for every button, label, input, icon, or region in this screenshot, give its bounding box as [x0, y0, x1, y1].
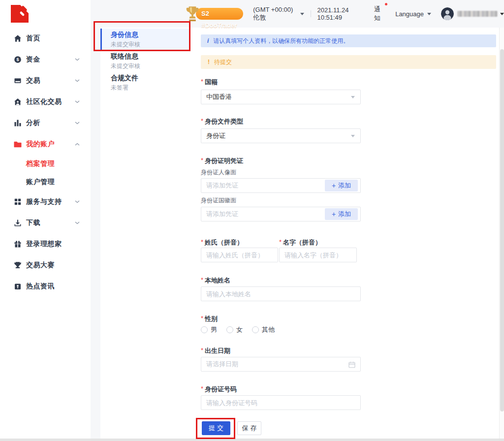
chevron-down-icon [75, 79, 80, 82]
submit-button[interactable]: 提交 [202, 421, 230, 435]
download-icon [14, 219, 22, 227]
surname-label: 姓氏（拼音） [201, 238, 243, 247]
sidebar-item-label: 登录理想家 [26, 240, 62, 249]
services-icon [14, 198, 22, 206]
surname-input[interactable] [201, 248, 278, 262]
svg-text:$: $ [16, 57, 19, 62]
funds-icon: $ [14, 56, 22, 63]
birth-date-label: 出生日期 [201, 346, 230, 355]
home-icon [14, 34, 22, 42]
exclamation-icon [208, 59, 210, 65]
given-name-label: 名字（拼音） [279, 238, 321, 247]
plus-icon [332, 210, 336, 218]
season-badge-label: S2 #DooTrader [196, 8, 243, 20]
chevron-down-icon [300, 13, 304, 15]
notification-dot [385, 3, 387, 5]
nationality-select[interactable]: 中国香港 [201, 90, 361, 104]
dootrader-promo-badge[interactable]: S2 #DooTrader [185, 6, 243, 22]
datetime-display: 2021.11.24 10:51:49 [317, 6, 365, 21]
chevron-down-icon [427, 13, 431, 15]
sidebar-subitem-profile-management[interactable]: 档案管理 [0, 155, 91, 173]
id-back-add-button[interactable]: 添加 [325, 208, 358, 220]
sidebar-item-trading-contest[interactable]: 交易大赛 [0, 254, 91, 276]
sidebar-item-funds[interactable]: $ 资金 [0, 49, 91, 70]
chevron-down-icon [351, 96, 355, 98]
scrollbar-thumb[interactable] [500, 49, 504, 411]
status-banner-text: 待提交 [214, 58, 232, 66]
tab-status: 未提交审核 [111, 40, 140, 49]
id-back-upload-field[interactable]: 请添加凭证 添加 [201, 207, 361, 221]
language-label: Language [395, 10, 424, 18]
timezone-selector[interactable]: (GMT +00:00) 伦敦 [253, 6, 304, 22]
gift-icon [14, 240, 22, 248]
sidebar-item-community-trading[interactable]: 社区化交易 [0, 91, 91, 112]
sidebar-item-label: 我的账户 [26, 140, 55, 149]
info-banner: 请认真填写个人资料，以确保所有功能的正常使用。 [201, 34, 496, 47]
tab-title: 联络信息 [111, 52, 138, 61]
sidebar-item-services-support[interactable]: 服务与支持 [0, 191, 91, 212]
chevron-down-icon [75, 58, 80, 61]
username-redacted [457, 11, 498, 17]
sidebar-item-home[interactable]: 首页 [0, 28, 91, 49]
radio-circle-icon [201, 326, 208, 333]
tab-identity-info[interactable]: 身份信息 未提交审核 [100, 29, 189, 50]
news-icon [14, 283, 22, 290]
scrollbar[interactable] [499, 28, 504, 439]
bottom-strip [0, 439, 504, 441]
trophy-icon [185, 6, 200, 22]
language-selector[interactable]: Language [395, 10, 431, 18]
active-tab-indicator [100, 29, 102, 50]
required-asterisk [201, 315, 205, 323]
gender-option-male[interactable]: 男 [201, 325, 217, 334]
sidebar-item-download[interactable]: 下载 [0, 212, 91, 233]
save-button[interactable]: 保存 [237, 421, 261, 435]
required-asterisk [201, 238, 205, 247]
local-name-input[interactable] [201, 286, 361, 301]
tab-status: 未提交审核 [111, 62, 140, 70]
id-doc-type-select[interactable]: 身份证 [201, 128, 361, 143]
id-doc-type-value: 身份证 [206, 131, 225, 140]
chevron-down-icon [75, 200, 80, 203]
chevron-down-icon [75, 221, 80, 224]
required-asterisk [201, 346, 205, 355]
chevron-up-icon [75, 143, 80, 146]
id-number-input[interactable] [201, 395, 361, 410]
given-name-input[interactable] [279, 248, 357, 262]
gender-label: 性别 [201, 315, 218, 323]
birth-date-picker[interactable]: 请选择日期 [201, 357, 361, 372]
sidebar-item-label: 社区化交易 [26, 97, 62, 106]
upload-placeholder: 请添加凭证 [206, 210, 238, 219]
required-asterisk [201, 78, 205, 87]
chevron-down-icon [75, 100, 80, 103]
user-menu[interactable] [441, 7, 504, 20]
id-front-upload-field[interactable]: 请添加凭证 添加 [201, 178, 361, 193]
required-asterisk [201, 385, 205, 394]
id-doc-type-label: 身份文件类型 [201, 117, 243, 126]
gender-radio-group: 男 女 其他 [201, 325, 275, 334]
required-asterisk [201, 117, 205, 126]
sidebar-item-trade[interactable]: 交易 [0, 70, 91, 91]
sidebar-item-analysis[interactable]: 分析 [0, 112, 91, 133]
avatar [441, 7, 454, 20]
id-proof-label: 身份证明凭证 [201, 157, 243, 165]
gender-option-other[interactable]: 其他 [252, 325, 275, 334]
sidebar-item-my-account[interactable]: 我的账户 [0, 133, 91, 155]
required-asterisk [201, 157, 205, 165]
sidebar-item-hot-news[interactable]: 热点资讯 [0, 276, 91, 297]
sidebar-subitem-label: 账户管理 [26, 178, 55, 187]
sidebar-item-login-lixiangjia[interactable]: 登录理想家 [0, 233, 91, 254]
gender-option-female[interactable]: 女 [226, 325, 243, 334]
my-account-folder-icon [14, 140, 22, 148]
sidebar-subitem-account-management[interactable]: 账户管理 [0, 173, 91, 191]
id-number-label: 身份证号码 [201, 385, 237, 394]
tab-contact-info[interactable]: 联络信息 未提交审核 [100, 50, 189, 72]
doo-prime-logo-icon[interactable] [11, 5, 29, 23]
sidebar-subitem-label: 档案管理 [26, 159, 55, 168]
required-asterisk [201, 276, 205, 285]
main-panel: 身份信息 未提交审核 联络信息 未提交审核 合规文件 未签署 请认真填写个人资料… [100, 28, 499, 439]
top-header: S2 #DooTrader (GMT +00:00) 伦敦 2021.11.24… [91, 0, 504, 28]
tab-compliance-docs[interactable]: 合规文件 未签署 [100, 72, 189, 94]
id-front-add-button[interactable]: 添加 [325, 180, 358, 191]
trade-icon [14, 77, 22, 85]
notifications-link[interactable]: 通知 [374, 5, 384, 23]
